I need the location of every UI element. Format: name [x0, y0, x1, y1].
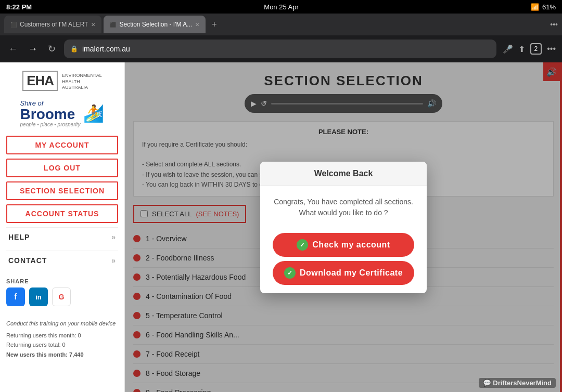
forward-button[interactable]: → — [26, 42, 40, 57]
eha-initials: EHA — [22, 71, 58, 91]
tabs-count-button[interactable]: 2 — [530, 43, 542, 55]
modal-body-text1: Congrats, You have completed all section… — [269, 197, 418, 207]
returning-month-stat: Returning users this month: 0 — [6, 331, 118, 341]
sidebar-stats: Conduct this training on your mobile dev… — [6, 319, 118, 360]
modal-body-text2: What would you like to do ? — [269, 207, 418, 218]
download-icon: ✓ — [284, 267, 296, 279]
check-account-label: Check my account — [312, 240, 390, 250]
nav-bar: ← → ↻ 🔒 imalert.com.au 🎤 ⬆ 2 ••• — [0, 35, 562, 62]
nav-actions: 🎤 ⬆ 2 ••• — [503, 43, 556, 55]
check-icon: ✓ — [297, 239, 308, 251]
share-section: SHARE f in G — [6, 274, 118, 310]
status-date: Mon 25 Apr — [264, 3, 299, 11]
broome-wave-icon: 🏄 — [83, 103, 104, 123]
tab-customers-label: Customers of I'M ALERT — [20, 21, 88, 28]
new-month-stat: New users this month: 7,440 — [6, 350, 118, 360]
tab-section-selection[interactable]: ⬛ Section Selection - I'M A... ✕ — [104, 16, 206, 33]
content-area: 🔊 SECTION SELECTION ▶ ↺ 10 🔊 PLEASE NOTE… — [125, 62, 562, 392]
broome-title: Broome — [20, 107, 81, 122]
eha-subtitle: ENVIRONMENTALHEALTHAUSTRALIA — [62, 73, 102, 91]
battery-icon: 61% — [542, 3, 556, 11]
tab-close-2[interactable]: ✕ — [195, 22, 199, 28]
account-status-button[interactable]: ACCOUNT STATUS — [6, 204, 118, 223]
returning-total-stat: Returning users total: 0 — [6, 340, 118, 350]
watermark-text: DriftersNeverMind — [493, 379, 552, 387]
modal-header: Welcome Back — [260, 162, 427, 186]
facebook-share-button[interactable]: f — [6, 288, 25, 306]
status-time: 8:22 PM — [6, 3, 32, 11]
download-certificate-label: Download my Certificate — [300, 268, 403, 278]
eha-logo: EHA ENVIRONMENTALHEALTHAUSTRALIA — [6, 71, 118, 91]
microphone-button[interactable]: 🎤 — [503, 43, 513, 55]
main-wrapper: EHA ENVIRONMENTALHEALTHAUSTRALIA Shire o… — [0, 62, 562, 392]
address-bar[interactable]: 🔒 imalert.com.au — [64, 40, 496, 58]
linkedin-share-button[interactable]: in — [29, 288, 48, 306]
back-button[interactable]: ← — [6, 42, 20, 57]
modal-overlay: Welcome Back Congrats, You have complete… — [125, 62, 562, 392]
check-account-button[interactable]: ✓ Check my account — [273, 233, 414, 257]
google-share-button[interactable]: G — [52, 288, 71, 306]
help-arrow-icon: » — [111, 233, 116, 241]
share-button[interactable]: ⬆ — [518, 43, 525, 55]
section-selection-button[interactable]: SECTION SELECTION — [6, 181, 118, 200]
contact-label: CONTACT — [8, 256, 47, 265]
tab-add-button[interactable]: + — [208, 18, 221, 31]
help-label: HELP — [8, 233, 30, 241]
status-bar: 8:22 PM Mon 25 Apr 📶 61% — [0, 0, 562, 14]
tab-customers-alert[interactable]: ⬛ Customers of I'M ALERT ✕ — [4, 16, 101, 33]
tab-bar: ⬛ Customers of I'M ALERT ✕ ⬛ Section Sel… — [0, 14, 562, 35]
broome-logo: Shire of Broome people • place • prosper… — [6, 99, 118, 127]
status-icons: 📶 61% — [531, 3, 556, 11]
log-out-button[interactable]: LOG OUT — [6, 159, 118, 177]
tab-close-1[interactable]: ✕ — [91, 22, 95, 28]
broome-tagline: people • place • prosperity — [20, 122, 81, 127]
contact-arrow-icon: » — [111, 256, 116, 265]
lock-icon: 🔒 — [70, 45, 78, 53]
reload-button[interactable]: ↻ — [46, 41, 58, 57]
wechat-watermark: 💬 DriftersNeverMind — [479, 378, 556, 388]
mobile-label: Conduct this training on your mobile dev… — [6, 319, 118, 329]
tabs-more-icon: ••• — [550, 20, 558, 29]
wifi-icon: 📶 — [531, 3, 539, 11]
my-account-button[interactable]: MY ACCOUNT — [6, 136, 118, 154]
wechat-icon: 💬 — [483, 379, 491, 387]
sidebar-item-help[interactable]: HELP » — [6, 227, 118, 246]
modal-body: Congrats, You have completed all section… — [260, 186, 427, 229]
tab-section-label: Section Selection - I'M A... — [119, 21, 192, 28]
sidebar: EHA ENVIRONMENTALHEALTHAUSTRALIA Shire o… — [0, 62, 125, 392]
share-label: SHARE — [6, 278, 118, 284]
sidebar-item-contact[interactable]: CONTACT » — [6, 251, 118, 270]
download-certificate-button[interactable]: ✓ Download my Certificate — [273, 261, 414, 285]
welcome-back-modal: Welcome Back Congrats, You have complete… — [260, 162, 427, 293]
more-button[interactable]: ••• — [547, 43, 556, 55]
share-icons: f in G — [6, 288, 118, 306]
url-display: imalert.com.au — [82, 45, 130, 53]
